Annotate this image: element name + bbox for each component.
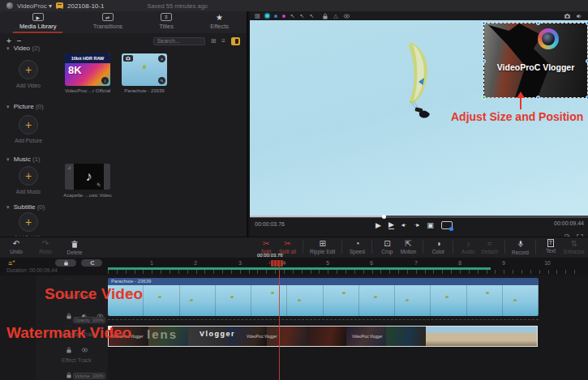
playhead-marker[interactable]: ‹ ›: [268, 260, 286, 267]
divider: [303, 241, 303, 254]
record-button[interactable]: Record: [512, 239, 529, 255]
library-tabs: ▶ Media Library ⇄ Transitions ≡ Titles ★…: [0, 11, 247, 33]
snap-magnet-button[interactable]: [81, 259, 102, 267]
effect-track-name: Effect Track: [62, 357, 92, 363]
frame-grab-icon[interactable]: ▣: [427, 221, 434, 229]
speaker-icon[interactable]: [576, 12, 583, 19]
lock-tracks-button[interactable]: [55, 259, 76, 267]
watermark-text: VideoProC Vlogger: [484, 62, 587, 72]
triangle-icon[interactable]: △: [333, 13, 337, 19]
add-video-button[interactable]: + Add Video: [6, 60, 50, 88]
opacity-control[interactable]: Opacity: 100%: [73, 317, 105, 323]
detach-button[interactable]: ≈ Detach: [481, 239, 498, 254]
app-menu[interactable]: VideoProc ▾: [17, 2, 52, 10]
resize-handle-bottom-mid[interactable]: [536, 96, 540, 100]
watermark-overlay-box[interactable]: VideoProC Vlogger: [483, 23, 588, 98]
section-music[interactable]: ▾ Music (1): [6, 156, 41, 163]
preview-toolbar: ▨ ↖ ↖ ↖ △: [250, 11, 588, 20]
info-icon[interactable]: i: [101, 77, 109, 84]
add-picture-button[interactable]: + Add Picture: [6, 115, 50, 143]
resize-handle-mid-left[interactable]: [482, 59, 486, 63]
media-item-parachute-video[interactable]: × ✎: [122, 53, 167, 86]
snap-tool-icon[interactable]: ↖: [300, 13, 305, 19]
tab-effects[interactable]: ★ Effects: [210, 13, 229, 30]
resize-handle-top-mid[interactable]: [536, 21, 540, 25]
playhead-line[interactable]: [279, 267, 280, 380]
timeline-ruler[interactable]: 1 2 3 4 5 6 7 8 9 10: [108, 258, 588, 275]
videoproc-app: VideoProc ▾ 202108-10-1 Saved 55 minutes…: [0, 0, 588, 380]
cyan-marker-icon[interactable]: [265, 14, 269, 18]
preview-viewport[interactable]: VideoProC Vlogger Adjust Size and Positi…: [250, 20, 588, 216]
panel-toggle-button[interactable]: [231, 37, 240, 45]
magenta-marker-icon[interactable]: [282, 15, 285, 18]
pointer-tool-icon[interactable]: ↖: [309, 13, 314, 19]
videoproc-logo-icon: [538, 28, 559, 49]
magnet-icon: [89, 260, 95, 266]
eye-icon[interactable]: [343, 12, 350, 19]
lock-icon[interactable]: [66, 367, 72, 380]
ripple-edit-button[interactable]: ⊞ Ripple Edit: [310, 239, 335, 254]
display-output-icon[interactable]: [441, 221, 453, 229]
ruler-ticks: [108, 270, 578, 274]
extractor-button[interactable]: ⇅ Extractor: [564, 239, 585, 254]
media-item-music[interactable]: ♫ ♪ ✎: [65, 164, 110, 190]
clip-filmstrip: [108, 285, 539, 316]
close-icon[interactable]: ×: [158, 55, 165, 62]
audio-button[interactable]: ♪ Audio: [460, 239, 476, 254]
tab-titles[interactable]: ≡ Titles: [159, 13, 174, 30]
track-drag-handle[interactable]: ···: [65, 276, 72, 281]
section-video[interactable]: ▾ Video (2): [6, 45, 40, 52]
delete-button[interactable]: Delete: [67, 239, 83, 255]
mask-draw-icon[interactable]: ▨: [255, 13, 260, 19]
ripple-edit-icon: ⊞: [319, 239, 325, 248]
volume-control[interactable]: Volume: 100%: [73, 373, 105, 379]
undo-button[interactable]: ↶ Undo: [8, 239, 24, 255]
redo-button[interactable]: ↷ Redo: [37, 239, 54, 255]
extractor-icon: ⇅: [571, 239, 577, 248]
caret-down-icon: ▾: [6, 45, 10, 51]
tab-transitions[interactable]: ⇄ Transitions: [93, 13, 122, 30]
edit-icon[interactable]: ✎: [158, 77, 165, 84]
speed-button[interactable]: ◔ Speed: [349, 239, 365, 254]
lock-icon[interactable]: [66, 308, 72, 322]
media-item-label: Parachute - 23639: [119, 88, 170, 93]
resize-handle-top-left[interactable]: [482, 21, 486, 25]
section-subtitle[interactable]: ▾ Subtitle (0): [6, 203, 45, 211]
add-media-button[interactable]: +: [6, 37, 11, 45]
step-back-button[interactable]: ◂·: [401, 221, 407, 228]
track-drag-handle[interactable]: ···: [65, 349, 72, 354]
rotate-handle-bottom-left[interactable]: [482, 96, 486, 100]
timeline-clips-area[interactable]: Parachute - 23639 lens Vlogger VideoProc…: [108, 275, 588, 380]
play-from-start-button[interactable]: ▶: [388, 220, 394, 229]
select-tool-icon[interactable]: ↖: [290, 13, 295, 19]
undo-icon: ↶: [13, 239, 19, 248]
video-clip-parachute[interactable]: Parachute - 23639: [108, 278, 539, 316]
redo-icon: ↷: [42, 239, 49, 248]
crop-button[interactable]: ⊡ Crop: [379, 239, 395, 254]
add-music-button[interactable]: + Add Music: [6, 166, 50, 194]
media-item-8k-video[interactable]: 10bit HDR RAW 8K i: [65, 53, 110, 86]
eye-icon[interactable]: [81, 342, 88, 357]
marker-right-arrow: ›: [284, 260, 285, 267]
add-track-button[interactable]: ≡+: [8, 258, 15, 267]
tab-media-library[interactable]: ▶ Media Library: [19, 13, 56, 30]
plus-icon: +: [19, 166, 38, 186]
text-button[interactable]: T Text: [543, 239, 559, 254]
snapshot-camera-icon[interactable]: [564, 12, 571, 19]
lock-icon[interactable]: [322, 12, 328, 19]
watermark-clip[interactable]: lens Vlogger VideoProc Vlogger VideoProc…: [108, 326, 538, 347]
edit-icon[interactable]: ✎: [95, 181, 102, 188]
color-button[interactable]: ◑ Color: [430, 239, 446, 254]
play-button[interactable]: ▶: [376, 221, 381, 229]
motion-button[interactable]: ⇱ Motion: [400, 239, 416, 254]
blue-marker-icon[interactable]: [274, 15, 277, 18]
remove-media-button[interactable]: −: [17, 37, 22, 45]
preview-scrubber[interactable]: [250, 216, 588, 218]
list-view-icon[interactable]: ≡: [221, 37, 225, 45]
step-forward-button[interactable]: ·▸: [414, 221, 420, 228]
divider: [371, 241, 372, 254]
ruler-tick-label: 5: [326, 260, 329, 266]
section-picture[interactable]: ▾ Picture (0): [6, 103, 44, 110]
search-input[interactable]: [153, 37, 205, 45]
grid-view-icon[interactable]: ⊞: [211, 37, 217, 45]
